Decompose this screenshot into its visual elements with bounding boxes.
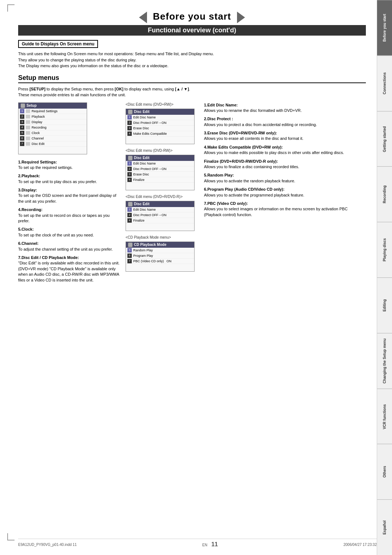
col-right: 1.Edit Disc Name: Allows you to rename t…	[204, 102, 366, 286]
cd-playback-title-bar: CD Playback Mode	[126, 242, 194, 248]
sidebar-tab-changing-setup[interactable]: Changing the Setup menu	[377, 333, 392, 389]
item-num-7: 7	[20, 142, 24, 146]
disc-edit-dvdrw-item-1: 1 Edit Disc Name	[126, 115, 194, 120]
right-desc-3-title: 3.Erase Disc (DVD+RW/DVD-RW only):	[204, 131, 277, 135]
left-desc-4-title: 4.Recording:	[18, 207, 42, 212]
setup-menu-screenshot: Setup 1 Required Settings 2 Playback 3	[18, 102, 87, 154]
setup-menu-title-bar: Setup	[19, 103, 87, 109]
main-content: Before you start Functional overview (co…	[0, 0, 377, 555]
sidebar-tab-connections[interactable]: Connections	[377, 56, 392, 111]
disc-edit-dvdr-caption: <Disc Edit menu (DVD-RW)>	[126, 149, 198, 153]
disc-edit-dvdrw-icon	[128, 110, 132, 114]
disc-edit-dvdrw-spacer	[126, 137, 194, 144]
disc-edit-dvdr-item-2: 2 Disc Protect OFF→ON	[126, 166, 194, 172]
sidebar-tab-others[interactable]: Others	[377, 444, 392, 499]
setup-menu-icon	[21, 104, 25, 108]
item-num-6: 6	[20, 136, 24, 141]
sidebar-tab-editing[interactable]: Editing	[377, 278, 392, 333]
disc-edit-dvdr-title-bar: Disc Edit	[126, 155, 194, 161]
right-desc-1: 1.Edit Disc Name: Allows you to rename t…	[204, 102, 366, 114]
sidebar-tab-label-2: Connections	[383, 72, 387, 94]
page-title: Before you start	[153, 11, 231, 22]
menu-spacer	[19, 147, 87, 154]
item-text-5: Clock	[32, 131, 40, 135]
right-desc-5-text: Allows you to activate the random playba…	[204, 179, 295, 183]
sidebar-tab-label-10: Español	[383, 520, 387, 535]
item-icon-4	[26, 126, 30, 129]
right-desc-4: 4.Make Edits Compatible (DVD+RW only): A…	[204, 145, 366, 156]
corner-tl	[7, 4, 15, 12]
setup-menus-layout: Setup 1 Required Settings 2 Playback 3	[18, 102, 366, 286]
left-desc-6: 6.Channel: To adjust the channel setting…	[18, 241, 120, 252]
right-desc-1-title: 1.Edit Disc Name:	[204, 103, 238, 107]
left-desc-1-text: To set up the required settings.	[18, 165, 73, 170]
menu-item-7: 7 Disc Edit	[19, 141, 87, 147]
cd-playback-title: CD Playback Mode	[134, 243, 166, 247]
sidebar-tab-before-you-start[interactable]: Before you start	[377, 0, 392, 56]
disc-edit-dvdplusr-item-2: 2 Disc Protect OFF→ON	[126, 212, 194, 218]
menu-item-1: 1 Required Settings	[19, 109, 87, 114]
bottom-bar: E9A12UD_PY90VG_p01-40.indd 11 EN 11 2006…	[18, 539, 377, 548]
item-text-4: Recording	[32, 126, 46, 129]
disc-edit-dvdrw-title: Disc Edit	[134, 110, 150, 114]
right-desc-4-title: 4.Make Edits Compatible (DVD+RW only):	[204, 145, 283, 149]
right-desc-5-title: 5.Random Play:	[204, 173, 234, 177]
item-icon-5	[26, 131, 30, 135]
page-wrapper: Before you start Functional overview (co…	[0, 0, 392, 555]
disc-edit-dvdplusr-icon	[128, 202, 132, 206]
right-desc-finalize: Finalize (DVD+R/DVD-RW/DVD-R only): Allo…	[204, 159, 366, 170]
setup-menu-title: Setup	[26, 104, 37, 108]
right-desc-7-text: Allows you to select images or informati…	[204, 207, 348, 216]
col-center: <Disc Edit menu (DVD+RW)> Disc Edit 1 Ed…	[126, 102, 198, 286]
right-desc-6-title: 6.Program Play (Audio CD/Video CD only):	[204, 187, 285, 191]
page-subtitle: Functional overview (cont'd)	[18, 25, 366, 36]
sidebar-tab-label-7: Changing the Setup menu	[383, 339, 387, 384]
menu-item-6: 6 Channel	[19, 136, 87, 141]
item-text-2: Playback	[32, 115, 45, 118]
disc-edit-dvdplusr-spacer	[126, 223, 194, 231]
item-icon-7	[26, 142, 30, 146]
sidebar-tab-vcr[interactable]: VCR functions	[377, 389, 392, 444]
sidebar-tab-espanol[interactable]: Español	[377, 499, 392, 555]
left-desc-7: 7.Disc Edit / CD Playback Mode: "Disc Ed…	[18, 255, 120, 283]
disc-edit-dvdr-item-3: 3 Erase Disc	[126, 172, 194, 177]
title-arrow-left-icon	[139, 12, 147, 23]
left-desc-3-text: To set up the OSD screen and the front p…	[18, 193, 116, 203]
disc-edit-dvdplusr-title: Disc Edit	[134, 202, 150, 206]
right-desc-6: 6.Program Play (Audio CD/Video CD only):…	[204, 187, 366, 198]
item-text-6: Channel	[32, 137, 44, 140]
disc-edit-dvdrw-item-3: 3 Erase Disc	[126, 126, 194, 131]
sidebar-tab-label-4: Recording	[383, 186, 387, 203]
section-title: Setup menus	[18, 74, 366, 83]
disc-edit-dvdr-icon	[128, 156, 132, 160]
cd-playback-item-6: 6 Program Play	[126, 253, 194, 259]
cd-playback-item-5: 5 Random Play	[126, 248, 194, 253]
sidebar-tab-playing-discs[interactable]: Playing discs	[377, 222, 392, 278]
cd-playback-item-7: 7 PBC (Video CD only) ON	[126, 259, 194, 264]
page-num-display: EN 11	[202, 541, 218, 548]
sidebar-tab-getting-started[interactable]: Getting started	[377, 111, 392, 167]
item-text-3: Display	[32, 120, 42, 124]
disc-edit-dvdrw-caption: <Disc Edit menu (DVD+RW)>	[126, 102, 198, 106]
right-desc-3-text: Allows you to erase all contents in the …	[204, 136, 303, 141]
sidebar-tab-recording[interactable]: Recording	[377, 166, 392, 222]
right-desc-4-text: Allows you to make edits possible to pla…	[204, 150, 344, 155]
right-desc-7-title: 7.PBC (Video CD only):	[204, 201, 248, 206]
left-desc-2-text: To set up the unit to play discs as you …	[18, 179, 97, 184]
disc-edit-dvdplusr-screenshot: Disc Edit 1 Edit Disc Name 2 Disc Protec…	[126, 201, 195, 231]
left-desc-4-text: To set up the unit to record on discs or…	[18, 213, 110, 223]
left-desc-6-title: 6.Channel:	[18, 241, 38, 246]
left-desc-5-text: To set up the clock of the unit as you n…	[18, 233, 94, 237]
right-desc-5: 5.Random Play: Allows you to activate th…	[204, 173, 366, 184]
col-left: Setup 1 Required Settings 2 Playback 3	[18, 102, 120, 286]
right-desc-3: 3.Erase Disc (DVD+RW/DVD-RW only): Allow…	[204, 130, 366, 142]
section-intro: Press [SETUP] to display the Setup menu,…	[18, 86, 366, 98]
corner-br	[7, 533, 15, 540]
left-desc-2: 2.Playback: To set up the unit to play d…	[18, 173, 120, 185]
right-desc-finalize-title: Finalize (DVD+R/DVD-RW/DVD-R only):	[204, 159, 278, 163]
disc-edit-dvdplusr-item-4: 4 Finalize	[126, 218, 194, 223]
left-desc-5: 5.Clock: To set up the clock of the unit…	[18, 227, 120, 238]
right-desc-2-title: 2.Disc Protect :	[204, 117, 233, 121]
right-desc-finalize-text: Allows you to finalize a disc containing…	[204, 165, 299, 169]
item-text-7: Disc Edit	[32, 142, 45, 146]
